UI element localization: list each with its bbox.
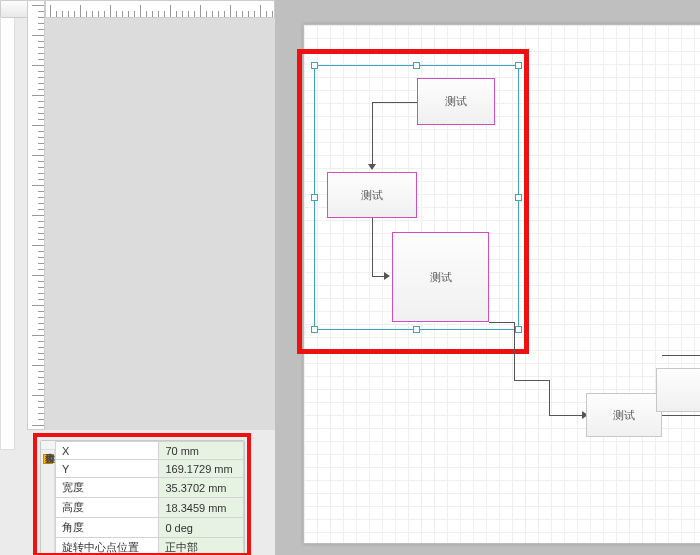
- flowchart-node[interactable]: 测试: [392, 232, 489, 322]
- node-label: 测试: [361, 188, 383, 203]
- prop-key: Y: [56, 460, 159, 478]
- arrowhead-icon: [384, 272, 390, 280]
- prop-value[interactable]: 18.3459 mm: [159, 498, 244, 518]
- selection-handle[interactable]: [311, 194, 318, 201]
- connector[interactable]: [514, 380, 549, 381]
- selection-handle[interactable]: [515, 326, 522, 333]
- ruler-horizontal[interactable]: [45, 0, 275, 18]
- prop-row: X 70 mm: [56, 442, 244, 460]
- node-label: 测试: [430, 270, 452, 285]
- prop-value[interactable]: 70 mm: [159, 442, 244, 460]
- ruler-vertical[interactable]: [27, 0, 45, 430]
- selection-handle[interactable]: [515, 194, 522, 201]
- properties-table: X 70 mm Y 169.1729 mm 宽度 35.3702 mm 高度 1…: [55, 441, 244, 555]
- prop-row: Y 169.1729 mm: [56, 460, 244, 478]
- flowchart-node[interactable]: 测试: [327, 172, 417, 218]
- prop-value[interactable]: 0 deg: [159, 518, 244, 538]
- left-panel: 大小和位置 X 70 mm Y 169.1729 mm 宽度 35.3702 m…: [0, 0, 275, 555]
- selection-handle[interactable]: [515, 62, 522, 69]
- prop-row: 宽度 35.3702 mm: [56, 478, 244, 498]
- node-label: 测试: [613, 408, 635, 423]
- properties-side-tabs: 大小和位置: [41, 441, 55, 554]
- flowchart-node-partial[interactable]: [656, 368, 700, 412]
- toolbox-sliver: [0, 0, 15, 450]
- prop-key: 角度: [56, 518, 159, 538]
- document-gutter: [45, 18, 275, 430]
- flowchart-node[interactable]: 测试: [586, 393, 662, 437]
- prop-value[interactable]: 35.3702 mm: [159, 478, 244, 498]
- connector[interactable]: [662, 355, 700, 356]
- prop-key: 宽度: [56, 478, 159, 498]
- connector[interactable]: [372, 102, 373, 166]
- selection-handle[interactable]: [311, 62, 318, 69]
- prop-key: 高度: [56, 498, 159, 518]
- connector[interactable]: [514, 322, 515, 380]
- properties-panel: 大小和位置 X 70 mm Y 169.1729 mm 宽度 35.3702 m…: [40, 440, 245, 555]
- drawing-page[interactable]: 测试 测试 测试 测试: [303, 24, 700, 544]
- prop-row: 旋转中心点位置 正中部: [56, 538, 244, 556]
- connector[interactable]: [372, 218, 373, 276]
- prop-key: 旋转中心点位置: [56, 538, 159, 556]
- prop-row: 高度 18.3459 mm: [56, 498, 244, 518]
- connector[interactable]: [549, 380, 550, 415]
- connector[interactable]: [549, 415, 584, 416]
- tab-marker-icon[interactable]: [43, 454, 53, 464]
- selection-handle[interactable]: [413, 62, 420, 69]
- arrowhead-icon: [368, 164, 376, 170]
- prop-row: 角度 0 deg: [56, 518, 244, 538]
- selection-handle[interactable]: [311, 326, 318, 333]
- selection-handle[interactable]: [413, 326, 420, 333]
- flowchart-node[interactable]: 测试: [417, 78, 495, 125]
- connector[interactable]: [662, 415, 700, 416]
- prop-key: X: [56, 442, 159, 460]
- connector[interactable]: [372, 102, 417, 103]
- prop-value[interactable]: 169.1729 mm: [159, 460, 244, 478]
- canvas-area[interactable]: 测试 测试 测试 测试: [275, 0, 700, 555]
- prop-value[interactable]: 正中部: [159, 538, 244, 556]
- node-label: 测试: [445, 94, 467, 109]
- connector[interactable]: [489, 322, 515, 323]
